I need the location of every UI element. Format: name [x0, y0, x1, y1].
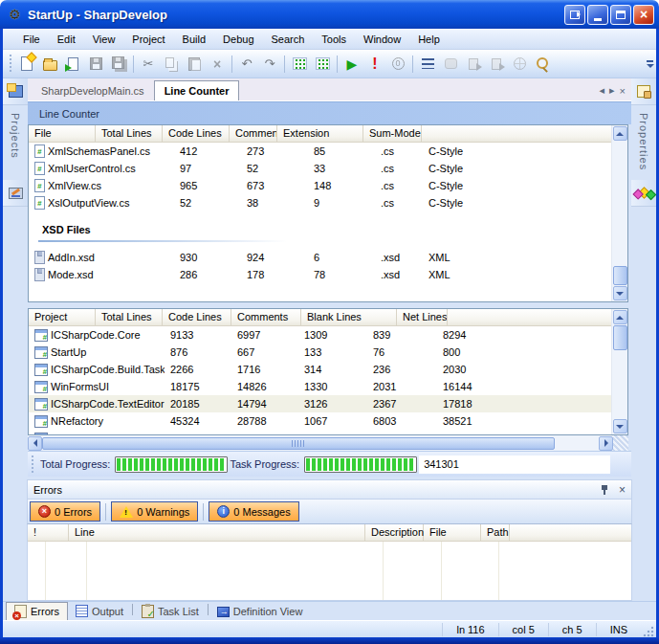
table-row[interactable]: XmlUserControl.cs 97 52 33 .cs C-Style [29, 160, 611, 177]
menu-item[interactable]: Search [263, 31, 314, 48]
table-row[interactable]: XmlView.cs 965 673 148 .cs C-Style [29, 177, 611, 194]
horizontal-scrollbar[interactable] [28, 435, 628, 451]
run-icon[interactable]: ▶ [340, 53, 363, 76]
scroll-up-button[interactable] [613, 126, 627, 141]
projects-tool-tab[interactable] [3, 78, 28, 105]
menu-item[interactable]: Project [123, 31, 173, 48]
column-header[interactable]: Total Lines [96, 125, 163, 142]
tab-task-list[interactable]: Task List [134, 602, 207, 620]
scroll-right-button[interactable] [599, 436, 613, 451]
build-icon[interactable]: ! [363, 53, 386, 76]
menu-item[interactable]: File [14, 31, 49, 48]
web-icon[interactable] [508, 53, 531, 76]
undock-button[interactable] [564, 5, 585, 25]
deploy-icon[interactable] [462, 53, 485, 76]
column-header[interactable]: Description [365, 524, 424, 541]
scroll-down-button[interactable] [613, 419, 627, 433]
scroll-left-button[interactable] [28, 436, 42, 451]
close-tab-button[interactable]: × [620, 85, 626, 97]
properties-tool-tab[interactable] [631, 78, 656, 105]
table-row[interactable]: Mode.xsd 286 178 78 .xsd XML [29, 266, 611, 283]
open-file-icon[interactable] [61, 53, 84, 76]
next-tab-button[interactable]: ▸ [609, 84, 615, 97]
menu-item[interactable]: Debug [214, 31, 262, 48]
resize-grip[interactable] [643, 626, 654, 637]
scrollbar-thumb[interactable] [613, 325, 627, 350]
list-icon[interactable] [416, 53, 439, 76]
column-header[interactable]: Blank Lines [301, 309, 397, 325]
column-header[interactable]: Sum-Mode [363, 125, 422, 142]
column-header[interactable]: Code Lines [163, 125, 230, 142]
errors-close-icon[interactable]: × [619, 484, 626, 496]
open-folder-icon[interactable] [38, 53, 61, 76]
table-row[interactable]: StartUp 876 667 133 76 800 [29, 344, 611, 361]
paste-icon[interactable] [183, 53, 206, 76]
errors-filter-button[interactable]: × 0 Errors [30, 501, 100, 522]
tab-errors[interactable]: Errors [6, 602, 68, 620]
toolbar-grip[interactable] [8, 55, 12, 74]
column-header[interactable]: Extension [277, 125, 363, 142]
column-header[interactable]: Path [481, 524, 510, 541]
prev-tab-button[interactable]: ◂ [600, 84, 605, 97]
table-row[interactable]: NRefactory 45324 28788 1067 6803 38521 [29, 412, 611, 430]
region-icon[interactable] [439, 53, 462, 76]
column-header[interactable]: File [29, 125, 96, 142]
column-header[interactable]: Comments [230, 125, 277, 142]
document-tab[interactable]: Line Counter [154, 80, 240, 100]
toolbox-tool-tab[interactable] [3, 180, 28, 207]
table-row[interactable]: XmlSchemasPanel.cs 412 273 85 .cs C-Styl… [29, 143, 611, 160]
menu-item[interactable]: View [84, 31, 124, 48]
properties-tab-label[interactable]: Properties [638, 105, 649, 180]
scrollbar-thumb[interactable] [613, 266, 627, 285]
table-row[interactable]: ICSharpCode.TextEditor 20185 14794 3126 … [29, 395, 611, 412]
column-header[interactable]: Comments [231, 309, 301, 325]
column-header[interactable]: Total Lines [96, 309, 163, 325]
pin-icon[interactable] [600, 484, 609, 496]
column-header[interactable]: ! [28, 524, 69, 541]
scroll-up-button[interactable] [613, 310, 627, 324]
table-row[interactable]: ICSharpCode.Core 9133 6997 1309 839 8294 [29, 326, 611, 344]
files-table-scrollbar[interactable] [611, 125, 627, 301]
minimize-button[interactable] [587, 5, 608, 25]
redo-icon[interactable]: ↷ [258, 53, 281, 76]
projects-tab-label[interactable]: Projects [10, 105, 21, 180]
close-button[interactable]: × [633, 5, 654, 25]
menu-item[interactable]: Window [355, 31, 409, 48]
column-header[interactable]: File [424, 524, 481, 541]
messages-filter-button[interactable]: i 0 Messages [209, 501, 298, 522]
table-row[interactable]: WinFormsUI 18175 14826 1330 2031 16144 [29, 378, 611, 395]
table-row[interactable]: 3371 1410 111 370 3003 [29, 430, 611, 434]
classes-tool-tab[interactable] [631, 180, 656, 207]
warnings-filter-button[interactable]: 0 Warnings [111, 501, 198, 522]
menu-item[interactable]: Help [409, 31, 449, 48]
maximize-button[interactable] [610, 5, 631, 25]
cut-icon[interactable]: ✂ [137, 53, 160, 76]
copy-icon[interactable] [160, 53, 183, 76]
tab-definition-view[interactable]: Definition View [209, 602, 311, 620]
column-header[interactable]: Line [69, 524, 365, 541]
undo-icon[interactable]: ↶ [235, 53, 258, 76]
strip-grip[interactable] [31, 455, 34, 473]
save-all-icon[interactable] [107, 53, 130, 76]
tab-output[interactable]: Output [68, 602, 131, 620]
comment-region-icon[interactable] [288, 53, 311, 76]
stop-icon[interactable]: 0 [386, 53, 409, 76]
scrollbar-thumb[interactable] [42, 437, 555, 450]
delete-icon[interactable]: × [206, 53, 229, 76]
table-row[interactable]: ICSharpCode.Build.Tasks 2266 1716 314 23… [29, 361, 611, 378]
save-icon[interactable] [84, 53, 107, 76]
table-row[interactable]: AddIn.xsd 930 924 6 .xsd XML [29, 249, 611, 266]
search-icon[interactable] [531, 53, 554, 76]
projects-table-scrollbar[interactable] [611, 309, 627, 434]
uncomment-region-icon[interactable] [311, 53, 334, 76]
column-header[interactable]: Net Lines [397, 309, 448, 325]
document-tab[interactable]: SharpDevelopMain.cs [32, 81, 154, 100]
table-row[interactable]: XslOutputView.cs 52 38 9 .cs C-Style [29, 194, 611, 211]
toolbar-overflow-button[interactable] [645, 53, 656, 76]
deploy-alt-icon[interactable] [485, 53, 508, 76]
menu-item[interactable]: Build [174, 31, 214, 48]
new-file-icon[interactable] [15, 53, 38, 76]
scroll-down-button[interactable] [613, 286, 627, 300]
menu-item[interactable]: Edit [49, 31, 84, 48]
column-header[interactable]: Code Lines [163, 309, 231, 325]
